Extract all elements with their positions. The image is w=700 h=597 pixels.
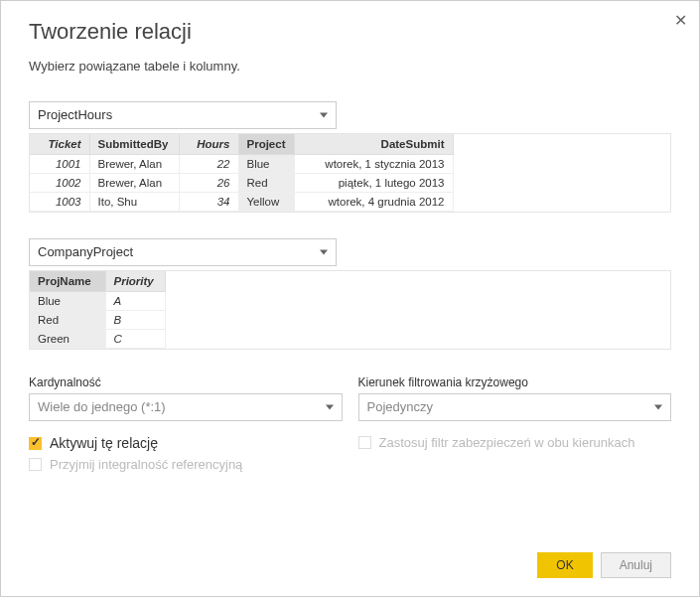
cardinality-selector[interactable]: Wiele do jednego (*:1) (29, 393, 343, 421)
chevron-down-icon (320, 250, 328, 255)
create-relationship-dialog: ✕ Tworzenie relacji Wybierz powiązane ta… (0, 0, 700, 597)
table-row: Green C (30, 330, 165, 349)
table2-preview: ProjName Priority Blue A Red B Green C (29, 270, 671, 350)
table1-preview: Ticket SubmittedBy Hours Project DateSub… (29, 133, 671, 213)
close-icon[interactable]: ✕ (674, 11, 687, 30)
security-label: Zastosuj filtr zabezpieczeń w obu kierun… (379, 435, 635, 450)
checkbox-icon (358, 436, 371, 449)
integrity-label: Przyjmij integralność referencyjną (50, 457, 242, 472)
table-row: Blue A (30, 292, 165, 311)
col-priority[interactable]: Priority (105, 271, 165, 292)
table1-selector-value: ProjectHours (38, 107, 112, 122)
chevron-down-icon (654, 405, 662, 410)
col-datesubmit[interactable]: DateSubmit (294, 134, 453, 155)
activate-relationship-check[interactable]: Aktywuj tę relację (29, 435, 343, 451)
crossfilter-value: Pojedynczy (367, 399, 433, 414)
col-project[interactable]: Project (238, 134, 294, 155)
crossfilter-label: Kierunek filtrowania krzyżowego (358, 375, 672, 389)
checkbox-icon (29, 458, 42, 471)
cancel-button[interactable]: Anuluj (601, 552, 671, 578)
referential-integrity-check: Przyjmij integralność referencyjną (29, 457, 343, 472)
cardinality-value: Wiele do jednego (*:1) (38, 399, 166, 414)
table-row: Red B (30, 311, 165, 330)
col-submittedby[interactable]: SubmittedBy (89, 134, 179, 155)
crossfilter-selector[interactable]: Pojedynczy (358, 393, 672, 421)
col-projname[interactable]: ProjName (30, 271, 105, 292)
table-row: 1001 Brewer, Alan 22 Blue wtorek, 1 styc… (30, 155, 453, 174)
table-row: 1002 Brewer, Alan 26 Red piątek, 1 luteg… (30, 174, 453, 193)
dialog-title: Tworzenie relacji (29, 19, 671, 45)
chevron-down-icon (320, 113, 328, 118)
security-filter-check: Zastosuj filtr zabezpieczeń w obu kierun… (358, 435, 672, 450)
col-ticket[interactable]: Ticket (30, 134, 89, 155)
table1-selector[interactable]: ProjectHours (29, 101, 337, 129)
chevron-down-icon (326, 405, 334, 410)
dialog-subtitle: Wybierz powiązane tabele i kolumny. (29, 59, 671, 74)
checkbox-icon (29, 437, 42, 450)
table2-selector-value: CompanyProject (38, 244, 133, 259)
table2-selector[interactable]: CompanyProject (29, 238, 337, 266)
col-hours[interactable]: Hours (179, 134, 238, 155)
table-header-row: ProjName Priority (30, 271, 165, 292)
table-row: 1003 Ito, Shu 34 Yellow wtorek, 4 grudni… (30, 193, 453, 212)
cardinality-label: Kardynalność (29, 375, 343, 389)
table-header-row: Ticket SubmittedBy Hours Project DateSub… (30, 134, 453, 155)
ok-button[interactable]: OK (537, 552, 592, 578)
activate-label: Aktywuj tę relację (50, 435, 158, 451)
